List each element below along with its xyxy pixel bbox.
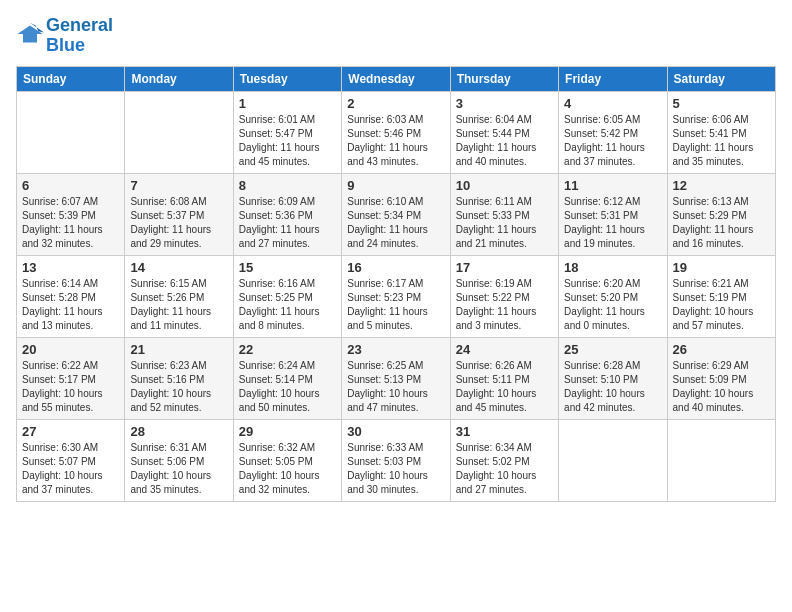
day-info: Sunrise: 6:29 AMSunset: 5:09 PMDaylight:… [673, 359, 770, 415]
day-number: 6 [22, 178, 119, 193]
sunset-text: Sunset: 5:17 PM [22, 373, 119, 387]
day-info: Sunrise: 6:25 AMSunset: 5:13 PMDaylight:… [347, 359, 444, 415]
sunrise-text: Sunrise: 6:26 AM [456, 359, 553, 373]
calendar-header-row: SundayMondayTuesdayWednesdayThursdayFrid… [17, 66, 776, 91]
day-info: Sunrise: 6:22 AMSunset: 5:17 PMDaylight:… [22, 359, 119, 415]
daylight-text: Daylight: 11 hours and 43 minutes. [347, 141, 444, 169]
daylight-text: Daylight: 10 hours and 42 minutes. [564, 387, 661, 415]
day-number: 4 [564, 96, 661, 111]
sunset-text: Sunset: 5:13 PM [347, 373, 444, 387]
day-number: 13 [22, 260, 119, 275]
daylight-text: Daylight: 11 hours and 8 minutes. [239, 305, 336, 333]
calendar-cell: 7Sunrise: 6:08 AMSunset: 5:37 PMDaylight… [125, 173, 233, 255]
day-number: 19 [673, 260, 770, 275]
day-info: Sunrise: 6:20 AMSunset: 5:20 PMDaylight:… [564, 277, 661, 333]
day-info: Sunrise: 6:06 AMSunset: 5:41 PMDaylight:… [673, 113, 770, 169]
weekday-header-friday: Friday [559, 66, 667, 91]
sunset-text: Sunset: 5:16 PM [130, 373, 227, 387]
day-number: 9 [347, 178, 444, 193]
calendar-cell: 18Sunrise: 6:20 AMSunset: 5:20 PMDayligh… [559, 255, 667, 337]
sunset-text: Sunset: 5:44 PM [456, 127, 553, 141]
day-number: 29 [239, 424, 336, 439]
sunrise-text: Sunrise: 6:07 AM [22, 195, 119, 209]
day-number: 10 [456, 178, 553, 193]
daylight-text: Daylight: 11 hours and 0 minutes. [564, 305, 661, 333]
calendar-body: 1Sunrise: 6:01 AMSunset: 5:47 PMDaylight… [17, 91, 776, 501]
sunset-text: Sunset: 5:31 PM [564, 209, 661, 223]
day-info: Sunrise: 6:01 AMSunset: 5:47 PMDaylight:… [239, 113, 336, 169]
sunrise-text: Sunrise: 6:22 AM [22, 359, 119, 373]
daylight-text: Daylight: 11 hours and 13 minutes. [22, 305, 119, 333]
calendar-cell: 13Sunrise: 6:14 AMSunset: 5:28 PMDayligh… [17, 255, 125, 337]
calendar-cell: 30Sunrise: 6:33 AMSunset: 5:03 PMDayligh… [342, 419, 450, 501]
day-info: Sunrise: 6:10 AMSunset: 5:34 PMDaylight:… [347, 195, 444, 251]
day-number: 17 [456, 260, 553, 275]
sunset-text: Sunset: 5:25 PM [239, 291, 336, 305]
sunset-text: Sunset: 5:33 PM [456, 209, 553, 223]
day-number: 28 [130, 424, 227, 439]
daylight-text: Daylight: 11 hours and 27 minutes. [239, 223, 336, 251]
weekday-header-monday: Monday [125, 66, 233, 91]
sunrise-text: Sunrise: 6:23 AM [130, 359, 227, 373]
calendar-cell [559, 419, 667, 501]
day-info: Sunrise: 6:09 AMSunset: 5:36 PMDaylight:… [239, 195, 336, 251]
daylight-text: Daylight: 10 hours and 30 minutes. [347, 469, 444, 497]
calendar-cell: 6Sunrise: 6:07 AMSunset: 5:39 PMDaylight… [17, 173, 125, 255]
daylight-text: Daylight: 11 hours and 35 minutes. [673, 141, 770, 169]
daylight-text: Daylight: 11 hours and 19 minutes. [564, 223, 661, 251]
day-info: Sunrise: 6:16 AMSunset: 5:25 PMDaylight:… [239, 277, 336, 333]
daylight-text: Daylight: 11 hours and 11 minutes. [130, 305, 227, 333]
weekday-header-thursday: Thursday [450, 66, 558, 91]
daylight-text: Daylight: 11 hours and 16 minutes. [673, 223, 770, 251]
weekday-header-saturday: Saturday [667, 66, 775, 91]
day-number: 21 [130, 342, 227, 357]
day-number: 1 [239, 96, 336, 111]
calendar-week-row: 20Sunrise: 6:22 AMSunset: 5:17 PMDayligh… [17, 337, 776, 419]
sunset-text: Sunset: 5:22 PM [456, 291, 553, 305]
sunrise-text: Sunrise: 6:34 AM [456, 441, 553, 455]
day-info: Sunrise: 6:28 AMSunset: 5:10 PMDaylight:… [564, 359, 661, 415]
day-number: 15 [239, 260, 336, 275]
sunset-text: Sunset: 5:39 PM [22, 209, 119, 223]
calendar-cell: 19Sunrise: 6:21 AMSunset: 5:19 PMDayligh… [667, 255, 775, 337]
day-number: 23 [347, 342, 444, 357]
daylight-text: Daylight: 10 hours and 32 minutes. [239, 469, 336, 497]
calendar-cell: 1Sunrise: 6:01 AMSunset: 5:47 PMDaylight… [233, 91, 341, 173]
calendar-cell: 24Sunrise: 6:26 AMSunset: 5:11 PMDayligh… [450, 337, 558, 419]
sunset-text: Sunset: 5:07 PM [22, 455, 119, 469]
day-info: Sunrise: 6:05 AMSunset: 5:42 PMDaylight:… [564, 113, 661, 169]
calendar-week-row: 6Sunrise: 6:07 AMSunset: 5:39 PMDaylight… [17, 173, 776, 255]
sunrise-text: Sunrise: 6:06 AM [673, 113, 770, 127]
sunset-text: Sunset: 5:36 PM [239, 209, 336, 223]
daylight-text: Daylight: 10 hours and 47 minutes. [347, 387, 444, 415]
day-info: Sunrise: 6:15 AMSunset: 5:26 PMDaylight:… [130, 277, 227, 333]
day-number: 26 [673, 342, 770, 357]
sunrise-text: Sunrise: 6:30 AM [22, 441, 119, 455]
day-number: 5 [673, 96, 770, 111]
weekday-header-sunday: Sunday [17, 66, 125, 91]
day-info: Sunrise: 6:34 AMSunset: 5:02 PMDaylight:… [456, 441, 553, 497]
day-info: Sunrise: 6:12 AMSunset: 5:31 PMDaylight:… [564, 195, 661, 251]
day-info: Sunrise: 6:24 AMSunset: 5:14 PMDaylight:… [239, 359, 336, 415]
daylight-text: Daylight: 11 hours and 5 minutes. [347, 305, 444, 333]
day-info: Sunrise: 6:33 AMSunset: 5:03 PMDaylight:… [347, 441, 444, 497]
sunset-text: Sunset: 5:11 PM [456, 373, 553, 387]
sunset-text: Sunset: 5:03 PM [347, 455, 444, 469]
day-info: Sunrise: 6:07 AMSunset: 5:39 PMDaylight:… [22, 195, 119, 251]
sunrise-text: Sunrise: 6:19 AM [456, 277, 553, 291]
sunrise-text: Sunrise: 6:09 AM [239, 195, 336, 209]
sunrise-text: Sunrise: 6:01 AM [239, 113, 336, 127]
sunset-text: Sunset: 5:06 PM [130, 455, 227, 469]
sunset-text: Sunset: 5:23 PM [347, 291, 444, 305]
sunset-text: Sunset: 5:05 PM [239, 455, 336, 469]
sunrise-text: Sunrise: 6:11 AM [456, 195, 553, 209]
calendar-cell: 17Sunrise: 6:19 AMSunset: 5:22 PMDayligh… [450, 255, 558, 337]
sunset-text: Sunset: 5:10 PM [564, 373, 661, 387]
sunrise-text: Sunrise: 6:17 AM [347, 277, 444, 291]
daylight-text: Daylight: 11 hours and 40 minutes. [456, 141, 553, 169]
day-number: 14 [130, 260, 227, 275]
sunrise-text: Sunrise: 6:12 AM [564, 195, 661, 209]
calendar-cell: 25Sunrise: 6:28 AMSunset: 5:10 PMDayligh… [559, 337, 667, 419]
day-number: 2 [347, 96, 444, 111]
day-number: 18 [564, 260, 661, 275]
